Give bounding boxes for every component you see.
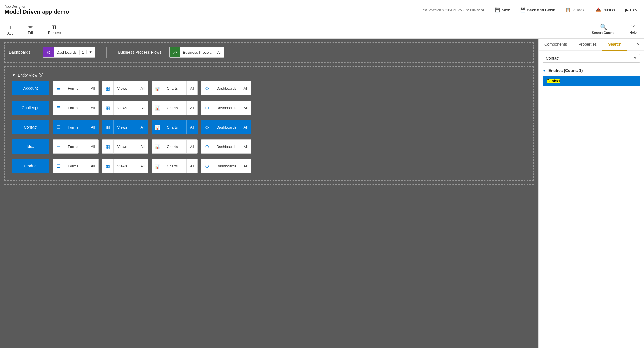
views-all[interactable]: All (137, 120, 148, 134)
dashboards-icon: ⊙ (201, 81, 213, 95)
top-bar-actions: Last Saved on :7/20/2021 2:53 PM Publish… (421, 6, 639, 14)
tab-search[interactable]: Search (602, 39, 627, 51)
validate-button[interactable]: 📋 Validate (563, 6, 588, 14)
component-widget-views[interactable]: ▦ViewsAll (102, 81, 148, 95)
bpf-widget-all: All (215, 50, 223, 55)
charts-all[interactable]: All (186, 140, 197, 153)
tab-properties[interactable]: Properties (573, 39, 602, 51)
component-widget-charts[interactable]: 📊ChartsAll (152, 81, 198, 95)
help-button[interactable]: ? Help (627, 22, 639, 36)
entity-name-button-idea[interactable]: Idea (12, 139, 49, 154)
dashboards-all[interactable]: All (240, 81, 251, 95)
bpf-label: Business Process Flows (118, 50, 164, 55)
save-and-close-button[interactable]: 💾 Save And Close (518, 6, 557, 14)
component-widget-views[interactable]: ▦ViewsAll (102, 120, 148, 134)
views-all[interactable]: All (137, 140, 148, 153)
dashboards-all[interactable]: All (240, 140, 251, 153)
canvas-area[interactable]: Dashboards ⊙ Dashboards 1 ▼ Business Pro… (0, 39, 538, 348)
main-layout: Dashboards ⊙ Dashboards 1 ▼ Business Pro… (0, 39, 644, 348)
forms-icon: ☰ (53, 159, 64, 173)
dashboards-all[interactable]: All (240, 101, 251, 115)
component-widget-dashboards[interactable]: ⊙DashboardsAll (201, 139, 251, 154)
remove-button[interactable]: 🗑 Remove (45, 23, 64, 36)
component-widget-dashboards[interactable]: ⊙DashboardsAll (201, 81, 251, 95)
component-widget-forms[interactable]: ☰FormsAll (53, 139, 99, 154)
views-all[interactable]: All (137, 159, 148, 173)
entity-name-button-challenge[interactable]: Challenge (12, 101, 49, 115)
publish-button[interactable]: 📤 Publish (593, 6, 617, 14)
remove-label: Remove (48, 31, 61, 35)
save-close-icon: 💾 (520, 7, 526, 13)
add-icon: ＋ (8, 23, 13, 31)
component-widget-charts[interactable]: 📊ChartsAll (152, 120, 198, 134)
last-saved-label: Last Saved on :7/20/2021 2:53 PM Publish… (421, 8, 484, 12)
views-icon: ▦ (102, 81, 114, 95)
component-widget-forms[interactable]: ☰FormsAll (53, 101, 99, 115)
forms-icon: ☰ (53, 101, 64, 115)
component-widget-dashboards[interactable]: ⊙DashboardsAll (201, 159, 251, 173)
forms-all[interactable]: All (87, 81, 98, 95)
play-button[interactable]: ▶ Play (623, 6, 639, 14)
right-panel-close-button[interactable]: ✕ (632, 39, 644, 49)
forms-all[interactable]: All (87, 101, 98, 115)
toolbar-right: 🔍 Search Canvas ? Help (589, 22, 639, 36)
forms-all[interactable]: All (87, 120, 98, 134)
charts-icon: 📊 (152, 101, 163, 115)
charts-label: Charts (163, 106, 186, 110)
component-widget-views[interactable]: ▦ViewsAll (102, 101, 148, 115)
search-input[interactable] (546, 56, 632, 61)
search-box[interactable]: ✕ (543, 54, 640, 63)
dashboards-all[interactable]: All (240, 159, 251, 173)
entity-view-label: Entity View (5) (18, 73, 43, 77)
component-widget-dashboards[interactable]: ⊙DashboardsAll (201, 120, 251, 134)
forms-all[interactable]: All (87, 159, 98, 173)
entities-section: ▼ Entities (Count: 1) Contact (539, 66, 644, 88)
canvas-inner: Dashboards ⊙ Dashboards 1 ▼ Business Pro… (0, 42, 538, 185)
views-all[interactable]: All (137, 101, 148, 115)
search-canvas-button[interactable]: 🔍 Search Canvas (589, 22, 618, 36)
charts-all[interactable]: All (186, 81, 197, 95)
charts-icon: 📊 (152, 139, 163, 154)
save-button[interactable]: 💾 Save (493, 6, 513, 14)
component-widget-forms[interactable]: ☰FormsAll (53, 159, 99, 173)
tab-components[interactable]: Components (539, 39, 573, 51)
search-clear-icon[interactable]: ✕ (633, 56, 637, 61)
charts-all[interactable]: All (186, 159, 197, 173)
component-widget-dashboards[interactable]: ⊙DashboardsAll (201, 101, 251, 115)
component-widget-charts[interactable]: 📊ChartsAll (152, 139, 198, 154)
views-label: Views (114, 125, 137, 129)
component-widget-views[interactable]: ▦ViewsAll (102, 139, 148, 154)
charts-all[interactable]: All (186, 101, 197, 115)
forms-all[interactable]: All (87, 140, 98, 153)
right-panel-tabs: Components Properties Search ✕ (539, 39, 644, 51)
entity-view-toggle-icon[interactable]: ▼ (12, 73, 15, 77)
charts-all[interactable]: All (186, 120, 197, 134)
views-all[interactable]: All (137, 81, 148, 95)
component-widget-charts[interactable]: 📊ChartsAll (152, 159, 198, 173)
views-icon: ▦ (102, 120, 114, 134)
entity-name-button-account[interactable]: Account (12, 81, 49, 95)
component-widget-forms[interactable]: ☰FormsAll (53, 81, 99, 95)
component-widget-views[interactable]: ▦ViewsAll (102, 159, 148, 173)
entities-header: ▼ Entities (Count: 1) (543, 68, 640, 73)
edit-button[interactable]: ✏ Edit (25, 22, 37, 36)
dashboards-icon: ⊙ (201, 120, 213, 134)
views-icon: ▦ (102, 139, 114, 154)
charts-label: Charts (163, 86, 186, 91)
component-widget-forms[interactable]: ☰FormsAll (53, 120, 99, 134)
add-button[interactable]: ＋ Add (5, 22, 16, 37)
views-label: Views (114, 106, 137, 110)
dashboards-dropdown-icon[interactable]: ▼ (86, 50, 95, 54)
entity-result-contact[interactable]: Contact (543, 76, 640, 86)
entities-toggle-icon[interactable]: ▼ (543, 69, 546, 73)
entity-row: Product☰FormsAll▦ViewsAll📊ChartsAll⊙Dash… (12, 159, 526, 173)
dashboards-widget[interactable]: ⊙ Dashboards 1 ▼ (43, 47, 95, 58)
charts-icon: 📊 (152, 81, 163, 95)
component-widget-charts[interactable]: 📊ChartsAll (152, 101, 198, 115)
dashboards-all[interactable]: All (240, 120, 251, 134)
entity-name-button-contact[interactable]: Contact (12, 120, 49, 134)
bpf-widget[interactable]: ⇄ Business Proce... All (169, 47, 224, 58)
top-bar: App Designer Model Driven app demo Last … (0, 0, 644, 20)
entity-name-button-product[interactable]: Product (12, 159, 49, 173)
dashboards-label: Dashboards (213, 164, 240, 168)
